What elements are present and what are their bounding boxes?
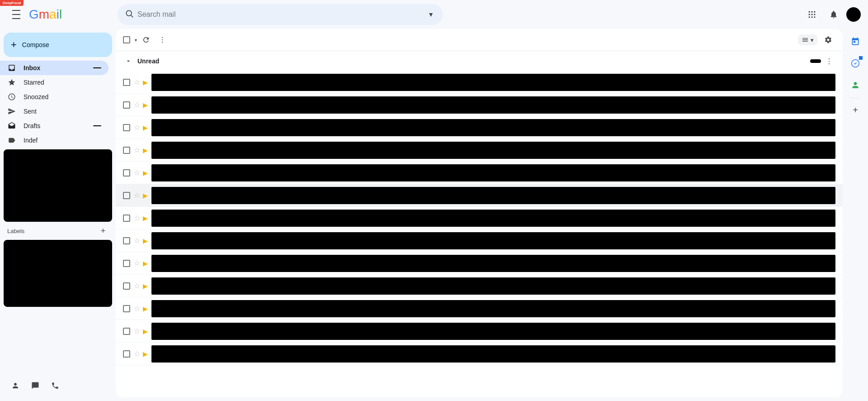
sidebar-item-snoozed[interactable]: Snoozed [0, 90, 108, 104]
table-row[interactable]: ☆ ▶ [116, 252, 843, 275]
email-checkbox[interactable] [123, 79, 130, 86]
email-checkbox[interactable] [123, 169, 130, 177]
table-row[interactable]: ☆ ▶ [116, 94, 843, 116]
sidebar-item-drafts[interactable]: Drafts [0, 119, 108, 133]
email-checkbox[interactable] [123, 260, 130, 267]
star-icon[interactable]: ☆ [134, 282, 140, 290]
sidebar-drafts-label: Drafts [24, 122, 93, 129]
email-checkbox[interactable] [123, 215, 130, 222]
important-icon: ▶ [143, 328, 148, 335]
drafts-icon [7, 121, 16, 130]
email-content-block [151, 323, 835, 340]
sidebar-labels-block [4, 149, 112, 222]
sidebar-item-indef[interactable]: Indef [0, 133, 108, 148]
sidebar-item-starred[interactable]: Starred [0, 75, 108, 90]
header-right [803, 5, 861, 24]
section-more-button[interactable]: ⋮ [823, 55, 835, 67]
star-icon[interactable]: ☆ [134, 214, 140, 222]
main-container: + Compose Inbox Starred Snoozed [0, 29, 868, 401]
select-dropdown-icon[interactable]: ▾ [135, 38, 137, 43]
sidebar-item-inbox[interactable]: Inbox [0, 61, 108, 75]
svg-point-4 [814, 11, 815, 13]
gmail-logo: Gmail [29, 7, 62, 22]
svg-point-9 [811, 16, 812, 18]
email-checkbox[interactable] [123, 282, 130, 290]
avatar[interactable] [846, 7, 861, 22]
svg-point-11 [162, 37, 163, 38]
table-row[interactable]: ☆ ▶ [116, 207, 843, 229]
email-content-block [151, 164, 835, 181]
search-dropdown-button[interactable]: ▼ [426, 9, 436, 20]
phone-footer-button[interactable] [47, 377, 63, 394]
compose-button[interactable]: + Compose [4, 33, 112, 57]
star-icon[interactable]: ☆ [134, 100, 140, 109]
important-icon: ▶ [143, 192, 148, 199]
section-actions: ⋮ [810, 55, 835, 67]
svg-point-2 [809, 11, 810, 13]
star-icon[interactable]: ☆ [134, 123, 140, 132]
email-checkbox[interactable] [123, 237, 130, 244]
more-toolbar-button[interactable] [155, 33, 170, 47]
calendar-panel-button[interactable] [846, 33, 864, 51]
email-checkbox[interactable] [123, 350, 130, 358]
email-checkbox[interactable] [123, 101, 130, 109]
svg-point-6 [811, 14, 812, 15]
add-panel-button[interactable]: + [847, 102, 863, 118]
search-bar[interactable]: ▼ [118, 4, 443, 25]
important-icon: ▶ [143, 237, 148, 244]
sidebar-footer [0, 374, 116, 397]
email-content-block [151, 300, 835, 317]
menu-button[interactable] [7, 5, 25, 24]
star-icon[interactable]: ☆ [134, 259, 140, 267]
star-icon[interactable]: ☆ [134, 349, 140, 358]
section-label-button[interactable] [810, 59, 821, 63]
email-content-block [151, 210, 835, 227]
toolbar: ▾ ▾ [116, 29, 843, 51]
star-icon[interactable]: ☆ [134, 191, 140, 200]
table-row[interactable]: ☆ ▶ [116, 139, 843, 162]
table-row[interactable]: ☆ ▶ [116, 116, 843, 139]
star-icon[interactable]: ☆ [134, 304, 140, 313]
star-icon[interactable]: ☆ [134, 327, 140, 335]
email-checkbox[interactable] [123, 124, 130, 131]
contacts-panel-button[interactable] [846, 76, 864, 94]
tasks-panel-button[interactable] [846, 54, 864, 72]
email-checkbox[interactable] [123, 328, 130, 335]
sidebar-item-sent[interactable]: Sent [0, 104, 108, 119]
svg-point-5 [809, 14, 810, 15]
table-row[interactable]: ☆ ▶ [116, 343, 843, 365]
notifications-button[interactable] [825, 5, 843, 24]
density-button[interactable]: ▾ [798, 34, 817, 45]
svg-point-13 [162, 42, 163, 43]
star-icon[interactable]: ☆ [134, 78, 140, 86]
apps-button[interactable] [803, 5, 821, 24]
email-content-block [151, 345, 835, 363]
indef-icon [7, 136, 16, 145]
table-row[interactable]: ☆ ▶ [116, 275, 843, 297]
contacts-footer-button[interactable] [7, 377, 24, 394]
table-row[interactable]: ☆ ▶ [116, 320, 843, 343]
table-row[interactable]: ☆ ▶ [116, 184, 843, 207]
chat-footer-button[interactable] [27, 377, 43, 394]
table-row[interactable]: ☆ ▶ [116, 297, 843, 320]
star-icon[interactable]: ☆ [134, 146, 140, 154]
content-area: ▾ ▾ Unread [116, 29, 843, 397]
email-content-block [151, 277, 835, 295]
email-checkbox[interactable] [123, 192, 130, 199]
table-row[interactable]: ☆ ▶ [116, 229, 843, 252]
important-icon: ▶ [143, 282, 148, 290]
table-row[interactable]: ☆ ▶ [116, 162, 843, 184]
select-all-checkbox[interactable] [123, 36, 130, 43]
search-input[interactable] [137, 10, 422, 19]
email-checkbox[interactable] [123, 147, 130, 154]
section-collapse-button[interactable] [123, 56, 134, 67]
email-list: ☆ ▶ ☆ ▶ ☆ ▶ ☆ ▶ [116, 71, 843, 397]
add-label-button[interactable]: + [98, 225, 108, 236]
refresh-button[interactable] [139, 33, 153, 47]
star-icon[interactable]: ☆ [134, 236, 140, 245]
settings-button[interactable] [821, 33, 835, 47]
email-checkbox[interactable] [123, 305, 130, 312]
table-row[interactable]: ☆ ▶ [116, 71, 843, 94]
star-icon[interactable]: ☆ [134, 168, 140, 177]
deepfocal-badge: DeepFocal [0, 0, 24, 6]
